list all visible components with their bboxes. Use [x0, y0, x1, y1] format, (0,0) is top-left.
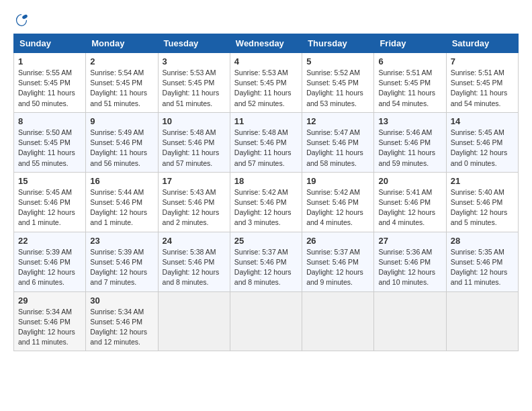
day-info: Sunrise: 5:36 AM Sunset: 5:46 PM Dayligh… [378, 247, 441, 288]
day-info: Sunrise: 5:51 AM Sunset: 5:45 PM Dayligh… [451, 68, 514, 109]
day-info: Sunrise: 5:34 AM Sunset: 5:46 PM Dayligh… [18, 307, 81, 348]
logo-bird-icon [15, 13, 28, 27]
day-number: 27 [378, 236, 441, 246]
day-number: 1 [18, 56, 81, 66]
calendar-cell: 14 Sunrise: 5:45 AM Sunset: 5:46 PM Dayl… [446, 112, 518, 172]
day-number: 5 [306, 56, 369, 66]
calendar-cell: 4 Sunrise: 5:53 AM Sunset: 5:45 PM Dayli… [230, 53, 302, 113]
day-number: 17 [163, 176, 226, 186]
day-number: 18 [234, 176, 298, 186]
calendar-cell: 30 Sunrise: 5:34 AM Sunset: 5:46 PM Dayl… [86, 291, 158, 351]
calendar-cell: 15 Sunrise: 5:45 AM Sunset: 5:46 PM Dayl… [14, 172, 86, 232]
day-info: Sunrise: 5:46 AM Sunset: 5:46 PM Dayligh… [378, 128, 441, 169]
day-number: 10 [163, 116, 226, 126]
day-info: Sunrise: 5:53 AM Sunset: 5:45 PM Dayligh… [163, 68, 226, 109]
calendar-cell: 22 Sunrise: 5:39 AM Sunset: 5:46 PM Dayl… [14, 232, 86, 291]
calendar-cell: 5 Sunrise: 5:52 AM Sunset: 5:45 PM Dayli… [302, 53, 374, 113]
calendar-cell: 24 Sunrise: 5:38 AM Sunset: 5:46 PM Dayl… [158, 232, 230, 291]
calendar-cell: 10 Sunrise: 5:48 AM Sunset: 5:46 PM Dayl… [158, 112, 230, 172]
calendar-cell: 23 Sunrise: 5:39 AM Sunset: 5:46 PM Dayl… [86, 232, 158, 291]
day-number: 4 [234, 56, 298, 66]
day-number: 11 [234, 116, 298, 126]
calendar-cell: 20 Sunrise: 5:41 AM Sunset: 5:46 PM Dayl… [374, 172, 446, 232]
day-info: Sunrise: 5:49 AM Sunset: 5:46 PM Dayligh… [90, 128, 153, 169]
calendar-cell [158, 291, 230, 351]
calendar-header-wednesday: Wednesday [230, 34, 302, 53]
day-info: Sunrise: 5:37 AM Sunset: 5:46 PM Dayligh… [234, 247, 298, 288]
day-number: 19 [306, 176, 369, 186]
day-info: Sunrise: 5:48 AM Sunset: 5:46 PM Dayligh… [163, 128, 226, 169]
calendar-header-thursday: Thursday [302, 34, 374, 53]
day-info: Sunrise: 5:44 AM Sunset: 5:46 PM Dayligh… [90, 187, 153, 228]
day-number: 24 [163, 236, 226, 246]
calendar-cell: 7 Sunrise: 5:51 AM Sunset: 5:45 PM Dayli… [446, 53, 518, 113]
day-info: Sunrise: 5:55 AM Sunset: 5:45 PM Dayligh… [18, 68, 81, 109]
day-number: 14 [451, 116, 514, 126]
calendar-cell [302, 291, 374, 351]
day-number: 23 [90, 236, 153, 246]
calendar-header-tuesday: Tuesday [158, 34, 230, 53]
day-info: Sunrise: 5:54 AM Sunset: 5:45 PM Dayligh… [90, 68, 153, 109]
calendar-week-2: 8 Sunrise: 5:50 AM Sunset: 5:45 PM Dayli… [14, 112, 519, 172]
day-number: 12 [306, 116, 369, 126]
calendar-cell: 3 Sunrise: 5:53 AM Sunset: 5:45 PM Dayli… [158, 53, 230, 113]
day-info: Sunrise: 5:52 AM Sunset: 5:45 PM Dayligh… [306, 68, 369, 109]
calendar-cell [446, 291, 518, 351]
calendar-cell: 19 Sunrise: 5:42 AM Sunset: 5:46 PM Dayl… [302, 172, 374, 232]
day-number: 13 [378, 116, 441, 126]
day-number: 30 [90, 295, 153, 306]
calendar-cell: 11 Sunrise: 5:48 AM Sunset: 5:46 PM Dayl… [230, 112, 302, 172]
day-info: Sunrise: 5:45 AM Sunset: 5:46 PM Dayligh… [451, 128, 514, 169]
calendar-cell: 18 Sunrise: 5:42 AM Sunset: 5:46 PM Dayl… [230, 172, 302, 232]
svg-point-0 [21, 14, 28, 19]
day-info: Sunrise: 5:51 AM Sunset: 5:45 PM Dayligh… [378, 68, 441, 109]
calendar-week-1: 1 Sunrise: 5:55 AM Sunset: 5:45 PM Dayli… [14, 53, 519, 113]
calendar-week-3: 15 Sunrise: 5:45 AM Sunset: 5:46 PM Dayl… [14, 172, 519, 232]
day-number: 21 [451, 176, 514, 186]
day-number: 28 [451, 236, 514, 246]
calendar-header-saturday: Saturday [446, 34, 518, 53]
day-info: Sunrise: 5:34 AM Sunset: 5:46 PM Dayligh… [90, 307, 153, 348]
calendar-cell: 12 Sunrise: 5:47 AM Sunset: 5:46 PM Dayl… [302, 112, 374, 172]
day-number: 16 [90, 176, 153, 186]
day-info: Sunrise: 5:42 AM Sunset: 5:46 PM Dayligh… [234, 187, 298, 228]
day-number: 25 [234, 236, 298, 246]
calendar-cell: 9 Sunrise: 5:49 AM Sunset: 5:46 PM Dayli… [86, 112, 158, 172]
calendar-header-sunday: Sunday [14, 34, 86, 53]
day-info: Sunrise: 5:37 AM Sunset: 5:46 PM Dayligh… [306, 247, 369, 288]
calendar-cell: 1 Sunrise: 5:55 AM Sunset: 5:45 PM Dayli… [14, 53, 86, 113]
calendar-cell: 27 Sunrise: 5:36 AM Sunset: 5:46 PM Dayl… [374, 232, 446, 291]
logo [13, 13, 28, 27]
calendar-cell: 28 Sunrise: 5:35 AM Sunset: 5:46 PM Dayl… [446, 232, 518, 291]
calendar-cell: 21 Sunrise: 5:40 AM Sunset: 5:46 PM Dayl… [446, 172, 518, 232]
day-info: Sunrise: 5:39 AM Sunset: 5:46 PM Dayligh… [18, 247, 81, 288]
day-info: Sunrise: 5:42 AM Sunset: 5:46 PM Dayligh… [306, 187, 369, 228]
calendar-week-4: 22 Sunrise: 5:39 AM Sunset: 5:46 PM Dayl… [14, 232, 519, 291]
calendar-cell [230, 291, 302, 351]
calendar-table: SundayMondayTuesdayWednesdayThursdayFrid… [13, 34, 519, 351]
day-number: 9 [90, 116, 153, 126]
calendar-cell: 16 Sunrise: 5:44 AM Sunset: 5:46 PM Dayl… [86, 172, 158, 232]
calendar-week-5: 29 Sunrise: 5:34 AM Sunset: 5:46 PM Dayl… [14, 291, 519, 351]
day-number: 15 [18, 176, 81, 186]
calendar-cell: 8 Sunrise: 5:50 AM Sunset: 5:45 PM Dayli… [14, 112, 86, 172]
day-info: Sunrise: 5:41 AM Sunset: 5:46 PM Dayligh… [378, 187, 441, 228]
day-number: 3 [163, 56, 226, 66]
calendar-cell: 2 Sunrise: 5:54 AM Sunset: 5:45 PM Dayli… [86, 53, 158, 113]
calendar-cell: 17 Sunrise: 5:43 AM Sunset: 5:46 PM Dayl… [158, 172, 230, 232]
day-info: Sunrise: 5:47 AM Sunset: 5:46 PM Dayligh… [306, 128, 369, 169]
day-info: Sunrise: 5:53 AM Sunset: 5:45 PM Dayligh… [234, 68, 298, 109]
calendar-cell: 29 Sunrise: 5:34 AM Sunset: 5:46 PM Dayl… [14, 291, 86, 351]
day-info: Sunrise: 5:45 AM Sunset: 5:46 PM Dayligh… [18, 187, 81, 228]
day-number: 6 [378, 56, 441, 66]
calendar-cell: 25 Sunrise: 5:37 AM Sunset: 5:46 PM Dayl… [230, 232, 302, 291]
day-number: 26 [306, 236, 369, 246]
day-info: Sunrise: 5:35 AM Sunset: 5:46 PM Dayligh… [451, 247, 514, 288]
calendar-header-monday: Monday [86, 34, 158, 53]
day-number: 29 [18, 295, 81, 306]
page-header [13, 13, 519, 27]
day-info: Sunrise: 5:40 AM Sunset: 5:46 PM Dayligh… [451, 187, 514, 228]
calendar-header-friday: Friday [374, 34, 446, 53]
day-number: 8 [18, 116, 81, 126]
day-number: 22 [18, 236, 81, 246]
